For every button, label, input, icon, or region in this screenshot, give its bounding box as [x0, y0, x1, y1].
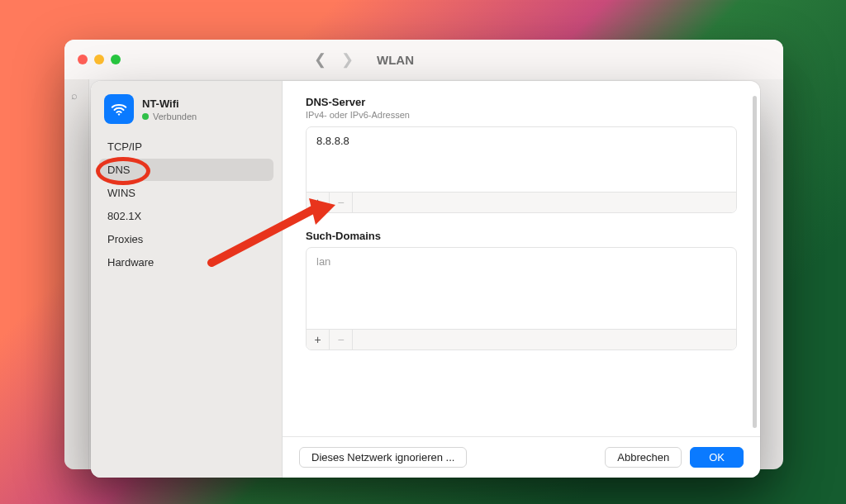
sheet-footer: Dieses Netzwerk ignorieren ... Abbrechen…: [283, 436, 760, 478]
cancel-button[interactable]: Abbrechen: [605, 447, 682, 468]
remove-dns-button[interactable]: −: [330, 193, 353, 212]
zoom-icon[interactable]: [111, 55, 121, 64]
window-title: WLAN: [377, 53, 414, 67]
remove-domain-button[interactable]: −: [330, 330, 353, 349]
search-icon: ⌕: [71, 89, 78, 102]
dns-servers-title: DNS-Server: [306, 96, 737, 108]
wifi-icon: [104, 94, 134, 124]
add-domain-button[interactable]: +: [307, 330, 330, 349]
dns-server-entry[interactable]: 8.8.8.8: [307, 132, 736, 150]
minimize-icon[interactable]: [94, 55, 104, 64]
svg-point-0: [118, 113, 120, 115]
dns-servers-listbox[interactable]: 8.8.8.8 + −: [306, 126, 737, 213]
sidebar-item-proxies[interactable]: Proxies: [99, 228, 273, 250]
sheet-sidebar: NT-Wifi Verbunden TCP/IPDNSWINS802.1XPro…: [91, 81, 283, 478]
search-domains-title: Such-Domains: [306, 230, 737, 242]
search-domains-listbox[interactable]: lan + −: [306, 247, 737, 350]
network-header: NT-Wifi Verbunden: [99, 94, 273, 136]
back-button[interactable]: ❮: [311, 50, 330, 69]
search-domain-entry[interactable]: lan: [307, 253, 736, 270]
sidebar-item-tcp-ip[interactable]: TCP/IP: [99, 136, 273, 158]
scrollbar[interactable]: [753, 96, 757, 428]
forget-network-button[interactable]: Dieses Netzwerk ignorieren ...: [299, 447, 467, 468]
settings-sidebar-blurred: [64, 79, 89, 469]
network-advanced-sheet: NT-Wifi Verbunden TCP/IPDNSWINS802.1XPro…: [91, 81, 760, 478]
sidebar-item-hardware[interactable]: Hardware: [99, 251, 273, 273]
forward-button: ❯: [338, 50, 357, 69]
window-titlebar: ❮ ❯ WLAN: [64, 40, 783, 79]
sidebar-item-802-1x[interactable]: 802.1X: [99, 205, 273, 227]
dns-servers-subtitle: IPv4- oder IPv6-Adressen: [306, 110, 737, 120]
add-dns-button[interactable]: +: [307, 193, 330, 212]
status-dot-icon: [142, 113, 149, 120]
sidebar-item-wins[interactable]: WINS: [99, 182, 273, 204]
network-status: Verbunden: [153, 112, 197, 121]
sidebar-item-dns[interactable]: DNS: [99, 159, 273, 181]
sheet-main: DNS-Server IPv4- oder IPv6-Adressen 8.8.…: [283, 81, 760, 478]
ok-button[interactable]: OK: [690, 447, 744, 468]
traffic-lights: [78, 55, 121, 64]
close-icon[interactable]: [78, 55, 88, 64]
network-name: NT-Wifi: [142, 97, 197, 110]
